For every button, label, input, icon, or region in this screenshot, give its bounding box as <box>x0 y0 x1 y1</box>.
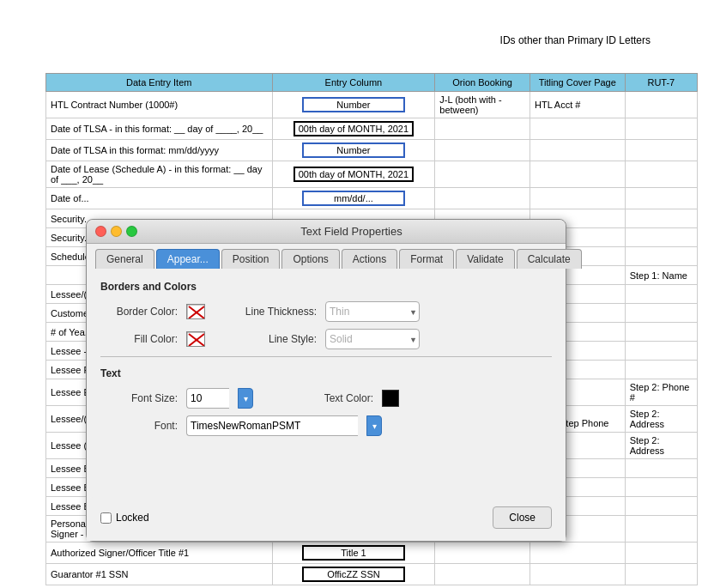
row-orion <box>435 188 530 209</box>
font-input[interactable] <box>186 415 358 436</box>
row-item: Date of... <box>46 188 273 209</box>
row-item: Date of TLSA in this format: mm/dd/yyyy <box>46 140 273 161</box>
text-color-swatch[interactable] <box>382 390 399 407</box>
line-thickness-select[interactable]: Thin <box>325 301 420 322</box>
border-color-row: Border Color: Line Thickness: Thin ▾ <box>100 301 552 322</box>
row-titling: HTL Acct # <box>530 92 625 118</box>
row-entry: 00th day of MONTH, 2021 <box>272 118 435 140</box>
row-orion <box>435 564 530 585</box>
entry-box[interactable]: 00th day of MONTH, 2021 <box>294 121 414 136</box>
row-rut7 <box>625 188 697 209</box>
step-phone-label: Step Phone <box>560 418 609 428</box>
dialog-footer: Locked Close <box>87 498 566 541</box>
tab-calculate[interactable]: Calculate <box>517 249 582 269</box>
table-row: Date of Lease (Schedule A) - in this for… <box>46 161 698 188</box>
tab-appear[interactable]: Appear... <box>156 249 220 269</box>
table-row: HTL Contract Number (1000#) Number J-L (… <box>46 92 698 118</box>
text-section-header: Text <box>100 367 552 379</box>
entry-box[interactable]: mm/dd/... <box>302 191 405 206</box>
dialog-titlebar: Text Field Properties <box>87 220 566 244</box>
tab-format[interactable]: Format <box>399 249 454 269</box>
font-dropdown-button[interactable]: ▾ <box>366 415 382 436</box>
row-orion <box>435 161 530 188</box>
row-rut7 <box>625 247 697 266</box>
row-rut7 <box>625 140 697 161</box>
row-orion: J-L (both with -between) <box>435 92 530 118</box>
row-step: Step 2: Phone # <box>625 379 697 406</box>
row-orion <box>435 140 530 161</box>
locked-label-text: Locked <box>116 512 149 524</box>
font-size-label: Font Size: <box>100 392 178 404</box>
fill-color-row: Fill Color: Line Style: Solid ▾ <box>100 329 552 349</box>
line-style-wrapper: Solid ▾ <box>325 329 420 349</box>
col-header-entry: Entry Column <box>272 74 435 92</box>
border-color-label: Border Color: <box>100 306 178 318</box>
line-style-label: Line Style: <box>239 333 317 345</box>
minimize-button[interactable] <box>111 226 122 237</box>
line-style-select[interactable]: Solid <box>325 329 420 349</box>
font-size-row: Font Size: ▾ Text Color: <box>100 388 552 409</box>
row-item: Date of Lease (Schedule A) - in this for… <box>46 161 273 188</box>
entry-box[interactable]: Number <box>302 97 405 112</box>
row-rut7 <box>625 323 697 342</box>
entry-box[interactable]: Number <box>302 142 405 158</box>
close-button[interactable]: Close <box>493 506 552 529</box>
locked-checkbox[interactable] <box>100 512 112 524</box>
table-row: Date of... mm/dd/... <box>46 188 698 209</box>
titlebar-buttons <box>95 226 137 237</box>
row-rut7 <box>625 342 697 361</box>
tab-position[interactable]: Position <box>221 249 281 269</box>
row-rut7 <box>625 459 697 478</box>
row-rut7 <box>625 361 697 379</box>
row-rut7 <box>625 161 697 188</box>
entry-box[interactable]: 00th day of MONTH, 2021 <box>294 167 414 182</box>
dialog-title: Text Field Properties <box>146 225 557 238</box>
tab-validate[interactable]: Validate <box>456 249 514 269</box>
ids-header-label: IDs other than Primary ID Letters <box>500 34 651 46</box>
row-rut7 <box>625 304 697 323</box>
row-item: HTL Contract Number (1000#) <box>46 92 273 118</box>
row-titling <box>530 188 625 209</box>
fill-color-label: Fill Color: <box>100 333 178 345</box>
row-titling <box>530 564 625 585</box>
col-header-item: Data Entry Item <box>46 74 273 92</box>
row-rut7 <box>625 118 697 140</box>
row-entry: Number <box>272 92 435 118</box>
font-size-input[interactable] <box>186 388 229 409</box>
locked-checkbox-label[interactable]: Locked <box>100 512 149 524</box>
close-window-button[interactable] <box>95 226 106 237</box>
row-titling <box>530 543 625 564</box>
font-row: Font: ▾ <box>100 415 552 436</box>
row-titling <box>530 118 625 140</box>
row-item: Date of TLSA - in this format: __ day of… <box>46 118 273 140</box>
tab-options[interactable]: Options <box>281 249 339 269</box>
table-row: Date of TLSA - in this format: __ day of… <box>46 118 698 140</box>
row-entry: Title 1 <box>272 543 435 564</box>
row-rut7 <box>625 285 697 304</box>
fill-color-swatch[interactable] <box>186 331 205 347</box>
line-thickness-wrapper: Thin ▾ <box>325 301 420 322</box>
entry-box[interactable]: OfficZZ SSN <box>302 567 405 582</box>
entry-box[interactable]: Title 1 <box>302 545 405 561</box>
row-entry: Number <box>272 140 435 161</box>
row-rut7 <box>625 478 697 497</box>
col-header-titling: Titling Cover Page <box>530 74 625 92</box>
row-titling <box>530 140 625 161</box>
border-color-swatch[interactable] <box>186 304 205 319</box>
tab-bar: General Appear... Position Options Actio… <box>87 244 566 269</box>
maximize-button[interactable] <box>126 226 137 237</box>
row-rut7 <box>625 564 697 585</box>
table-row: Authorized Signer/Officer Title #1 Title… <box>46 543 698 564</box>
row-entry: 00th day of MONTH, 2021 <box>272 161 435 188</box>
divider <box>100 356 552 357</box>
row-item: Authorized Signer/Officer Title #1 <box>46 543 273 564</box>
row-rut7 <box>625 92 697 118</box>
font-size-spinner[interactable]: ▾ <box>238 388 253 409</box>
row-step: Step 1: Name <box>625 266 697 285</box>
tab-general[interactable]: General <box>95 249 154 269</box>
table-row: Date of TLSA in this format: mm/dd/yyyy … <box>46 140 698 161</box>
tab-actions[interactable]: Actions <box>342 249 397 269</box>
preview-area <box>100 443 552 486</box>
row-orion <box>435 543 530 564</box>
borders-colors-header: Borders and Colors <box>100 281 552 293</box>
